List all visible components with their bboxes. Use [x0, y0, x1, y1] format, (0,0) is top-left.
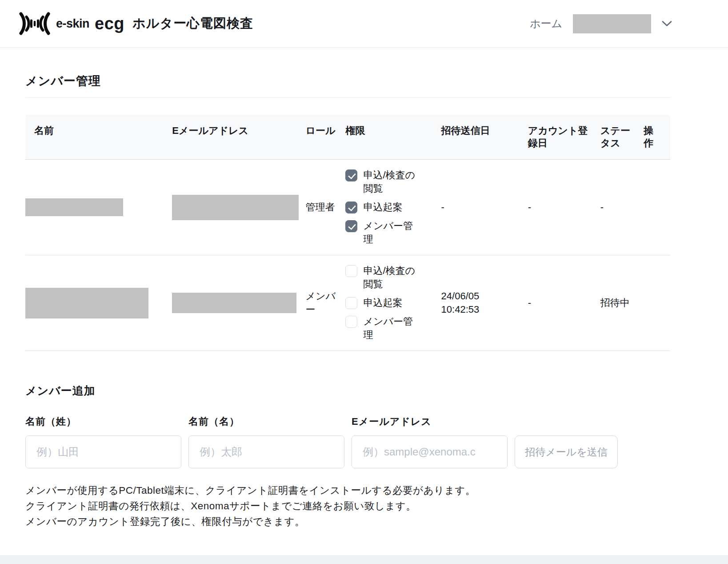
note-line: メンバーのアカウント登録完了後に、権限付与ができます。 [25, 514, 670, 529]
permission-item: 申込/検査の閲覧 [345, 264, 437, 291]
col-header-status: ステータス [600, 115, 644, 160]
nav-home-link[interactable]: ホーム [530, 16, 562, 31]
status-cell: 招待中 [600, 255, 644, 351]
permission-label: 申込/検査の閲覧 [363, 169, 418, 195]
role-cell: メンバー [305, 255, 345, 351]
permission-item: メンバー管理 [345, 219, 437, 246]
permissions-cell: 申込/検査の閲覧 申込起案 メンバー管理 [345, 160, 441, 255]
redacted-email [172, 293, 296, 313]
col-header-account-registered: アカウント登録日 [528, 115, 600, 160]
checkbox-member-management[interactable] [345, 220, 357, 232]
invite-sent-cell: - [441, 160, 528, 255]
invite-sent-cell: 24/06/05 10:42:53 [441, 255, 528, 351]
col-header-operation: 操作 [644, 115, 670, 160]
member-add-form: 名前（姓） 名前（名） Eメールアドレス 招待メールを送信 [25, 415, 670, 468]
last-name-label: 名前（姓） [25, 415, 181, 428]
checkbox-view-applications[interactable] [345, 169, 357, 181]
permission-label: 申込起案 [363, 201, 418, 214]
email-cell [172, 160, 305, 255]
redacted-name [25, 288, 148, 318]
last-name-input[interactable] [25, 435, 181, 468]
footer-strip [0, 555, 728, 564]
permissions-cell: 申込/検査の閲覧 申込起案 メンバー管理 [345, 255, 441, 351]
checkbox-draft-applications[interactable] [345, 297, 357, 309]
checkbox-view-applications[interactable] [345, 265, 357, 277]
col-header-permission: 権限 [345, 115, 441, 160]
name-cell [25, 160, 172, 255]
app-logo: e-skin ecg ホルター心電図検査 [18, 10, 253, 37]
member-row-admin: 管理者 申込/検査の閲覧 申込起案 メンバー管理 [25, 160, 670, 255]
member-add-notes: メンバーが使用するPC/Tablet端末に、クライアント証明書をインストールする… [25, 483, 670, 529]
note-line: クライアント証明書の発行依頼は、Xenomaサポートまでご連絡をお願い致します。 [25, 498, 670, 514]
invite-date: 24/06/05 [441, 290, 524, 303]
redacted-email [172, 195, 299, 220]
role-cell: 管理者 [305, 160, 345, 255]
member-table-header: 名前 Eメールアドレス ロール 権限 招待送信日 アカウント登録日 ステータス … [25, 115, 670, 160]
col-header-name: 名前 [25, 115, 172, 160]
title-divider [25, 97, 670, 98]
col-header-email: Eメールアドレス [172, 115, 305, 160]
operation-cell [644, 160, 670, 255]
soundwave-logo-icon [18, 10, 52, 37]
operation-cell [644, 255, 670, 351]
email-input[interactable] [352, 435, 508, 468]
permission-label: メンバー管理 [363, 315, 418, 342]
first-name-field-group: 名前（名） [188, 415, 344, 468]
email-label: Eメールアドレス [352, 415, 508, 428]
account-registered-cell: - [528, 160, 600, 255]
top-navigation-bar: e-skin ecg ホルター心電図検査 ホーム [0, 0, 728, 48]
checkbox-member-management[interactable] [345, 316, 357, 328]
member-add-title: メンバー追加 [25, 383, 670, 398]
status-cell: - [600, 160, 644, 255]
permission-item: 申込起案 [345, 201, 437, 214]
page-title: メンバー管理 [25, 73, 670, 89]
member-table: 名前 Eメールアドレス ロール 権限 招待送信日 アカウント登録日 ステータス … [25, 115, 670, 351]
chevron-down-icon[interactable] [662, 18, 672, 29]
permission-label: 申込/検査の閲覧 [363, 264, 418, 291]
invite-time: 10:42:53 [441, 303, 524, 316]
account-name-redacted[interactable] [573, 14, 651, 33]
logo-text-eskin: e-skin [56, 17, 89, 31]
permission-item: 申込/検査の閲覧 [345, 169, 437, 195]
account-registered-cell: - [528, 255, 600, 351]
name-cell [25, 255, 172, 351]
note-line: メンバーが使用するPC/Tablet端末に、クライアント証明書をインストールする… [25, 483, 670, 498]
first-name-input[interactable] [188, 435, 344, 468]
member-row-member: メンバー 申込/検査の閲覧 申込起案 メンバー管理 [25, 255, 670, 351]
redacted-name [25, 198, 123, 216]
permission-label: 申込起案 [363, 296, 418, 310]
send-invite-button[interactable]: 招待メールを送信 [515, 435, 618, 468]
permission-item: メンバー管理 [345, 315, 437, 342]
email-field-group: Eメールアドレス [352, 415, 508, 468]
email-cell [172, 255, 305, 351]
first-name-label: 名前（名） [188, 415, 344, 428]
logo-text-ecg: ecg [95, 14, 124, 33]
col-header-role: ロール [305, 115, 345, 160]
header-nav: ホーム [530, 14, 672, 33]
logo-product-name: ホルター心電図検査 [132, 15, 253, 32]
invite-date: - [441, 201, 524, 214]
col-header-invite-sent: 招待送信日 [441, 115, 528, 160]
main-content: メンバー管理 名前 Eメールアドレス ロール 権限 招待送信日 アカウント登録日… [0, 73, 670, 529]
permission-item: 申込起案 [345, 296, 437, 310]
permission-label: メンバー管理 [363, 219, 418, 246]
checkbox-draft-applications[interactable] [345, 201, 357, 214]
last-name-field-group: 名前（姓） [25, 415, 181, 468]
